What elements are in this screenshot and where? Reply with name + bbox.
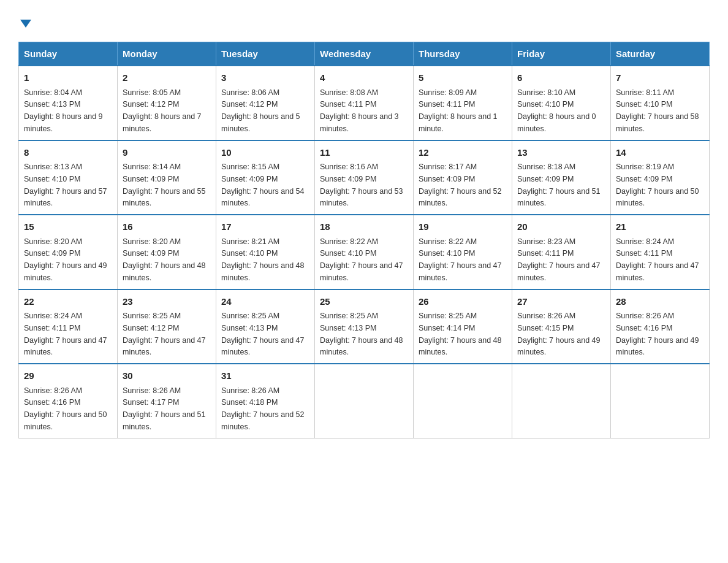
day-cell: [512, 364, 611, 438]
day-number: 18: [320, 220, 408, 234]
day-info: Sunrise: 8:22 AMSunset: 4:10 PMDaylight:…: [320, 237, 403, 282]
header-cell-sunday: Sunday: [19, 42, 118, 66]
day-info: Sunrise: 8:25 AMSunset: 4:13 PMDaylight:…: [221, 312, 305, 356]
day-cell: 19 Sunrise: 8:22 AMSunset: 4:10 PMDaylig…: [414, 215, 512, 289]
day-number: 2: [123, 71, 211, 85]
day-cell: 3 Sunrise: 8:06 AMSunset: 4:12 PMDayligh…: [216, 66, 315, 140]
day-cell: 20 Sunrise: 8:23 AMSunset: 4:11 PMDaylig…: [512, 215, 611, 289]
day-cell: [611, 364, 710, 438]
header-cell-tuesday: Tuesday: [216, 42, 315, 66]
day-info: Sunrise: 8:11 AMSunset: 4:10 PMDaylight:…: [616, 88, 699, 133]
header-cell-friday: Friday: [512, 42, 611, 66]
day-number: 31: [221, 369, 309, 383]
header-cell-thursday: Thursday: [414, 42, 512, 66]
day-info: Sunrise: 8:20 AMSunset: 4:09 PMDaylight:…: [123, 237, 206, 282]
day-number: 10: [221, 146, 309, 160]
day-info: Sunrise: 8:17 AMSunset: 4:09 PMDaylight:…: [419, 163, 502, 207]
day-info: Sunrise: 8:04 AMSunset: 4:13 PMDaylight:…: [24, 88, 103, 133]
day-info: Sunrise: 8:15 AMSunset: 4:09 PMDaylight:…: [221, 163, 305, 207]
day-number: 24: [221, 295, 309, 309]
logo: [18, 12, 31, 29]
day-cell: 4 Sunrise: 8:08 AMSunset: 4:11 PMDayligh…: [315, 66, 414, 140]
day-info: Sunrise: 8:22 AMSunset: 4:10 PMDaylight:…: [419, 237, 502, 282]
day-info: Sunrise: 8:23 AMSunset: 4:11 PMDaylight:…: [517, 237, 601, 282]
day-info: Sunrise: 8:14 AMSunset: 4:09 PMDaylight:…: [123, 163, 206, 207]
calendar-header: SundayMondayTuesdayWednesdayThursdayFrid…: [19, 42, 710, 66]
day-cell: 22 Sunrise: 8:24 AMSunset: 4:11 PMDaylig…: [19, 289, 118, 364]
day-cell: 1 Sunrise: 8:04 AMSunset: 4:13 PMDayligh…: [19, 66, 118, 140]
day-number: 15: [24, 220, 112, 234]
day-cell: 8 Sunrise: 8:13 AMSunset: 4:10 PMDayligh…: [19, 140, 118, 215]
day-number: 28: [616, 295, 704, 309]
day-cell: 10 Sunrise: 8:15 AMSunset: 4:09 PMDaylig…: [216, 140, 315, 215]
day-cell: 27 Sunrise: 8:26 AMSunset: 4:15 PMDaylig…: [512, 289, 611, 364]
day-info: Sunrise: 8:26 AMSunset: 4:16 PMDaylight:…: [24, 386, 107, 431]
day-cell: 26 Sunrise: 8:25 AMSunset: 4:14 PMDaylig…: [414, 289, 512, 364]
day-cell: [414, 364, 512, 438]
day-cell: 31 Sunrise: 8:26 AMSunset: 4:18 PMDaylig…: [216, 364, 315, 438]
day-number: 6: [517, 71, 605, 85]
day-number: 27: [517, 295, 605, 309]
header-cell-wednesday: Wednesday: [315, 42, 414, 66]
header-row: SundayMondayTuesdayWednesdayThursdayFrid…: [19, 42, 710, 66]
day-info: Sunrise: 8:26 AMSunset: 4:17 PMDaylight:…: [123, 386, 206, 431]
day-cell: 28 Sunrise: 8:26 AMSunset: 4:16 PMDaylig…: [611, 289, 710, 364]
day-cell: 16 Sunrise: 8:20 AMSunset: 4:09 PMDaylig…: [118, 215, 216, 289]
day-number: 22: [24, 295, 112, 309]
day-number: 20: [517, 220, 605, 234]
day-number: 9: [123, 146, 211, 160]
day-info: Sunrise: 8:08 AMSunset: 4:11 PMDaylight:…: [320, 88, 399, 133]
week-row-4: 22 Sunrise: 8:24 AMSunset: 4:11 PMDaylig…: [19, 289, 710, 364]
day-info: Sunrise: 8:26 AMSunset: 4:16 PMDaylight:…: [616, 312, 699, 356]
day-number: 16: [123, 220, 211, 234]
day-cell: 30 Sunrise: 8:26 AMSunset: 4:17 PMDaylig…: [118, 364, 216, 438]
day-info: Sunrise: 8:21 AMSunset: 4:10 PMDaylight:…: [221, 237, 305, 282]
day-number: 11: [320, 146, 408, 160]
day-cell: 12 Sunrise: 8:17 AMSunset: 4:09 PMDaylig…: [414, 140, 512, 215]
day-number: 21: [616, 220, 704, 234]
day-info: Sunrise: 8:25 AMSunset: 4:12 PMDaylight:…: [123, 312, 206, 356]
day-cell: 2 Sunrise: 8:05 AMSunset: 4:12 PMDayligh…: [118, 66, 216, 140]
day-number: 26: [419, 295, 507, 309]
day-cell: 18 Sunrise: 8:22 AMSunset: 4:10 PMDaylig…: [315, 215, 414, 289]
day-info: Sunrise: 8:24 AMSunset: 4:11 PMDaylight:…: [24, 312, 107, 356]
day-info: Sunrise: 8:20 AMSunset: 4:09 PMDaylight:…: [24, 237, 107, 282]
day-info: Sunrise: 8:25 AMSunset: 4:13 PMDaylight:…: [320, 312, 403, 356]
day-cell: 17 Sunrise: 8:21 AMSunset: 4:10 PMDaylig…: [216, 215, 315, 289]
day-cell: 14 Sunrise: 8:19 AMSunset: 4:09 PMDaylig…: [611, 140, 710, 215]
week-row-3: 15 Sunrise: 8:20 AMSunset: 4:09 PMDaylig…: [19, 215, 710, 289]
header-cell-monday: Monday: [118, 42, 216, 66]
day-info: Sunrise: 8:26 AMSunset: 4:15 PMDaylight:…: [517, 312, 601, 356]
day-number: 12: [419, 146, 507, 160]
day-info: Sunrise: 8:24 AMSunset: 4:11 PMDaylight:…: [616, 237, 699, 282]
day-info: Sunrise: 8:06 AMSunset: 4:12 PMDaylight:…: [221, 88, 300, 133]
calendar-table: SundayMondayTuesdayWednesdayThursdayFrid…: [18, 42, 710, 439]
day-number: 23: [123, 295, 211, 309]
day-cell: 11 Sunrise: 8:16 AMSunset: 4:09 PMDaylig…: [315, 140, 414, 215]
day-number: 13: [517, 146, 605, 160]
day-cell: 7 Sunrise: 8:11 AMSunset: 4:10 PMDayligh…: [611, 66, 710, 140]
week-row-5: 29 Sunrise: 8:26 AMSunset: 4:16 PMDaylig…: [19, 364, 710, 438]
day-number: 1: [24, 71, 112, 85]
day-info: Sunrise: 8:18 AMSunset: 4:09 PMDaylight:…: [517, 163, 601, 207]
day-cell: 15 Sunrise: 8:20 AMSunset: 4:09 PMDaylig…: [19, 215, 118, 289]
day-cell: 25 Sunrise: 8:25 AMSunset: 4:13 PMDaylig…: [315, 289, 414, 364]
week-row-1: 1 Sunrise: 8:04 AMSunset: 4:13 PMDayligh…: [19, 66, 710, 140]
day-number: 25: [320, 295, 408, 309]
day-info: Sunrise: 8:25 AMSunset: 4:14 PMDaylight:…: [419, 312, 502, 356]
logo-triangle-icon: [20, 20, 31, 28]
day-cell: 21 Sunrise: 8:24 AMSunset: 4:11 PMDaylig…: [611, 215, 710, 289]
week-row-2: 8 Sunrise: 8:13 AMSunset: 4:10 PMDayligh…: [19, 140, 710, 215]
day-cell: 29 Sunrise: 8:26 AMSunset: 4:16 PMDaylig…: [19, 364, 118, 438]
day-number: 19: [419, 220, 507, 234]
calendar-body: 1 Sunrise: 8:04 AMSunset: 4:13 PMDayligh…: [19, 66, 710, 438]
day-number: 4: [320, 71, 408, 85]
day-cell: [315, 364, 414, 438]
day-number: 30: [123, 369, 211, 383]
day-cell: 24 Sunrise: 8:25 AMSunset: 4:13 PMDaylig…: [216, 289, 315, 364]
header-cell-saturday: Saturday: [611, 42, 710, 66]
day-info: Sunrise: 8:26 AMSunset: 4:18 PMDaylight:…: [221, 386, 305, 431]
logo-general: [18, 12, 31, 29]
day-cell: 5 Sunrise: 8:09 AMSunset: 4:11 PMDayligh…: [414, 66, 512, 140]
day-info: Sunrise: 8:05 AMSunset: 4:12 PMDaylight:…: [123, 88, 202, 133]
